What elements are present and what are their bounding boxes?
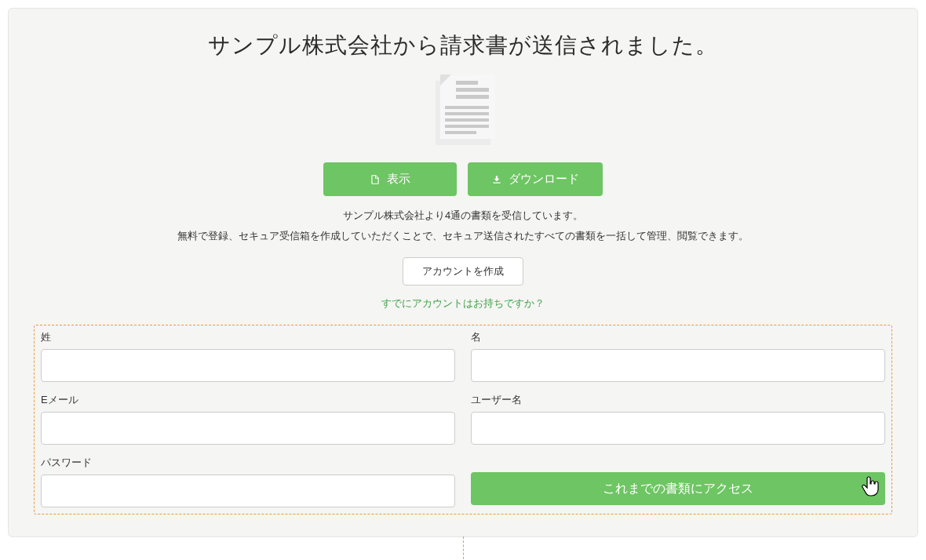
lastname-label: 姓 bbox=[41, 330, 455, 344]
info-message: 無料で登録、セキュア受信箱を作成していただくことで、セキュア送信されたすべての書… bbox=[34, 229, 892, 243]
page-title: サンプル株式会社から請求書が送信されました。 bbox=[34, 31, 892, 60]
notification-card: サンプル株式会社から請求書が送信されました。 bbox=[8, 8, 918, 537]
connector-line bbox=[463, 536, 464, 560]
download-button-label: ダウンロード bbox=[509, 172, 579, 187]
svg-rect-7 bbox=[445, 106, 489, 109]
svg-rect-8 bbox=[445, 112, 489, 115]
document-icon bbox=[431, 75, 495, 145]
username-label: ユーザー名 bbox=[471, 393, 885, 407]
password-label: パスワード bbox=[41, 456, 455, 470]
received-message: サンプル株式会社より4通の書類を受信しています。 bbox=[34, 209, 892, 223]
view-button[interactable]: 表示 bbox=[323, 162, 457, 196]
username-input[interactable] bbox=[471, 412, 885, 445]
lastname-input[interactable] bbox=[41, 349, 455, 382]
already-have-link[interactable]: すでにアカウントはお持ちですか？ bbox=[34, 296, 892, 311]
download-icon bbox=[491, 174, 502, 185]
submit-button[interactable]: これまでの書類にアクセス bbox=[471, 472, 885, 505]
view-button-label: 表示 bbox=[387, 172, 410, 187]
signup-form: 姓 名 Eメール ユーザー名 パスワード bbox=[34, 325, 892, 515]
document-icon-wrap bbox=[34, 75, 892, 145]
svg-rect-4 bbox=[456, 81, 478, 85]
callout-row: アカウントを作成 bbox=[8, 536, 918, 560]
cursor-pointer-icon bbox=[860, 475, 880, 502]
svg-rect-5 bbox=[456, 88, 489, 92]
firstname-label: 名 bbox=[471, 330, 885, 344]
email-label: Eメール bbox=[41, 393, 455, 407]
action-buttons-row: 表示 ダウンロード bbox=[34, 162, 892, 196]
create-account-button[interactable]: アカウントを作成 bbox=[403, 257, 523, 285]
file-icon bbox=[370, 174, 381, 185]
download-button[interactable]: ダウンロード bbox=[468, 162, 603, 196]
submit-button-label: これまでの書類にアクセス bbox=[603, 482, 753, 495]
email-input[interactable] bbox=[41, 412, 455, 445]
firstname-input[interactable] bbox=[471, 349, 885, 382]
svg-rect-10 bbox=[445, 125, 489, 128]
svg-rect-6 bbox=[456, 95, 489, 99]
svg-rect-9 bbox=[445, 118, 489, 122]
password-input[interactable] bbox=[41, 475, 455, 507]
svg-rect-11 bbox=[445, 131, 476, 134]
